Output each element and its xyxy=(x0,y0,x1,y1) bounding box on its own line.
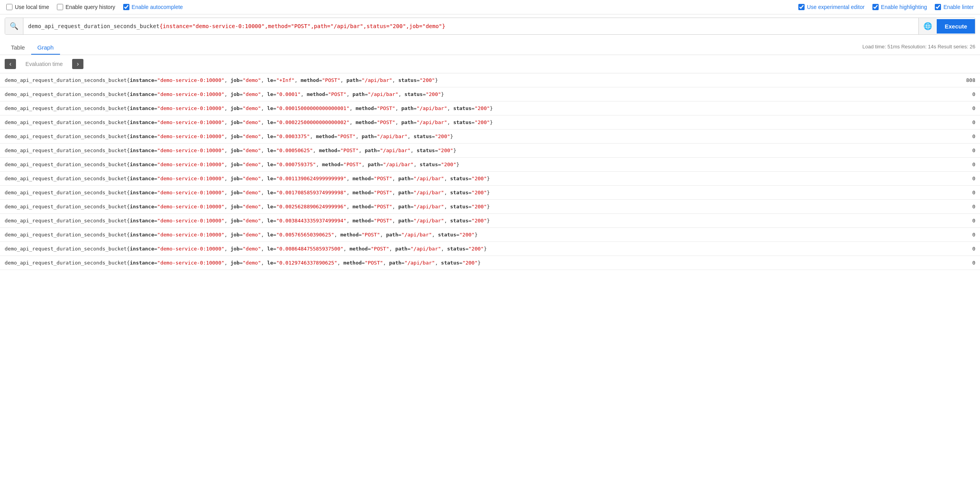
label-key: method xyxy=(340,232,359,238)
table-cell-metric: demo_api_request_duration_seconds_bucket… xyxy=(0,256,957,270)
label-val: "200" xyxy=(459,232,474,238)
enable-linter-label[interactable]: Enable linter xyxy=(935,4,974,10)
enable-query-history-checkbox[interactable] xyxy=(57,4,63,10)
label-key: method xyxy=(352,204,371,210)
label-key: status xyxy=(453,119,472,125)
label-key: method xyxy=(307,91,325,97)
brace-open: { xyxy=(127,260,130,266)
label-val: "0.00050625" xyxy=(276,147,313,153)
table-row: demo_api_request_duration_seconds_bucket… xyxy=(0,228,980,242)
label-val: "demo-service-0:10000" xyxy=(157,162,224,167)
label-val: "demo" xyxy=(243,147,261,153)
label-val: "/api/bar" xyxy=(402,232,432,238)
enable-autocomplete-label[interactable]: Enable autocomplete xyxy=(123,4,183,10)
label-key: path xyxy=(365,147,377,153)
label-val: "demo" xyxy=(243,119,261,125)
label-val: "0.0017085859374999998" xyxy=(276,190,347,195)
label-key: le xyxy=(267,147,273,153)
label-key: status xyxy=(450,204,469,210)
label-val: "/api/bar" xyxy=(414,176,444,181)
label-val: "demo-service-0:10000" xyxy=(157,204,224,210)
label-key: le xyxy=(267,119,273,125)
table-row: demo_api_request_duration_seconds_bucket… xyxy=(0,242,980,256)
eval-next-button[interactable]: › xyxy=(72,59,83,69)
label-val: "demo" xyxy=(243,77,261,83)
metric-name-cell: demo_api_request_duration_seconds_bucket xyxy=(5,246,127,252)
label-val: "demo" xyxy=(243,204,261,210)
label-key: path xyxy=(352,91,364,97)
label-val: "0.008648475585937500" xyxy=(276,246,343,252)
table-cell-metric: demo_api_request_duration_seconds_bucket… xyxy=(0,172,957,186)
label-val: "demo" xyxy=(243,162,261,167)
metric-labels: {instance="demo-service-0:10000",method=… xyxy=(159,23,445,29)
label-val: "0.000759375" xyxy=(276,162,316,167)
label-val: "demo" xyxy=(243,232,261,238)
label-val: "0.00015000000000000001" xyxy=(276,105,350,111)
execute-button[interactable]: Execute xyxy=(937,19,975,34)
label-val: "0.005765650390625" xyxy=(276,232,334,238)
label-key: status xyxy=(404,91,423,97)
label-val: "demo-service-0:10000" xyxy=(157,91,224,97)
brace-close: } xyxy=(435,77,438,83)
metric-name-cell: demo_api_request_duration_seconds_bucket xyxy=(5,218,127,224)
label-val: "demo" xyxy=(243,246,261,252)
enable-query-history-text: Enable query history xyxy=(65,4,115,10)
brace-close: } xyxy=(487,218,490,224)
label-val: "POST" xyxy=(328,91,347,97)
globe-button[interactable]: 🌐 xyxy=(918,18,937,34)
brace-open: { xyxy=(127,190,130,195)
label-key: path xyxy=(386,232,398,238)
label-key: instance xyxy=(130,91,154,97)
label-key: job xyxy=(230,246,239,252)
label-val: "demo" xyxy=(243,176,261,181)
table-cell-value: 0 xyxy=(957,200,980,214)
label-val: "200" xyxy=(474,119,490,125)
label-val: "POST" xyxy=(337,133,356,139)
table-cell-value: 0 xyxy=(957,172,980,186)
label-key: method xyxy=(352,218,371,224)
table-cell-value: 0 xyxy=(957,144,980,158)
tab-table[interactable]: Table xyxy=(5,41,31,55)
use-experimental-editor-label[interactable]: Use experimental editor xyxy=(798,4,865,10)
use-local-time-text: Use local time xyxy=(15,4,49,10)
enable-query-history-label[interactable]: Enable query history xyxy=(57,4,115,10)
metric-name-cell: demo_api_request_duration_seconds_bucket xyxy=(5,232,127,238)
label-key: instance xyxy=(130,190,154,195)
enable-highlighting-label[interactable]: Enable highlighting xyxy=(872,4,927,10)
brace-close: } xyxy=(487,176,490,181)
use-experimental-editor-checkbox[interactable] xyxy=(798,4,805,10)
eval-prev-button[interactable]: ‹ xyxy=(5,59,16,69)
table-cell-metric: demo_api_request_duration_seconds_bucket… xyxy=(0,101,957,115)
brace-close: } xyxy=(456,162,459,167)
label-val: "demo" xyxy=(243,218,261,224)
label-key: status xyxy=(414,133,432,139)
label-val: "POST" xyxy=(343,162,362,167)
label-val: "/api/bar" xyxy=(380,147,410,153)
label-val: "demo-service-0:10000" xyxy=(157,176,224,181)
label-key: le xyxy=(267,204,273,210)
table-row: demo_api_request_duration_seconds_bucket… xyxy=(0,172,980,186)
label-key: instance xyxy=(130,246,154,252)
brace-open: { xyxy=(127,133,130,139)
use-local-time-label[interactable]: Use local time xyxy=(6,4,49,10)
label-val: "200" xyxy=(472,190,487,195)
table-cell-value: 0 xyxy=(957,101,980,115)
enable-linter-checkbox[interactable] xyxy=(935,4,941,10)
label-key: instance xyxy=(130,260,154,266)
tab-graph[interactable]: Graph xyxy=(31,41,60,55)
label-key: path xyxy=(395,246,407,252)
table-row: demo_api_request_duration_seconds_bucket… xyxy=(0,200,980,214)
use-local-time-checkbox[interactable] xyxy=(6,4,12,10)
label-val: "/api/bar" xyxy=(414,190,444,195)
label-val: "POST" xyxy=(377,105,395,111)
brace-close: } xyxy=(478,260,481,266)
enable-highlighting-checkbox[interactable] xyxy=(872,4,879,10)
enable-autocomplete-checkbox[interactable] xyxy=(123,4,129,10)
query-input[interactable]: demo_api_request_duration_seconds_bucket… xyxy=(23,19,918,33)
table-cell-value: 0 xyxy=(957,115,980,130)
brace-open: { xyxy=(127,176,130,181)
label-key: instance xyxy=(130,147,154,153)
label-key: instance xyxy=(130,105,154,111)
brace-close: } xyxy=(453,147,456,153)
table-row: demo_api_request_duration_seconds_bucket… xyxy=(0,73,980,87)
